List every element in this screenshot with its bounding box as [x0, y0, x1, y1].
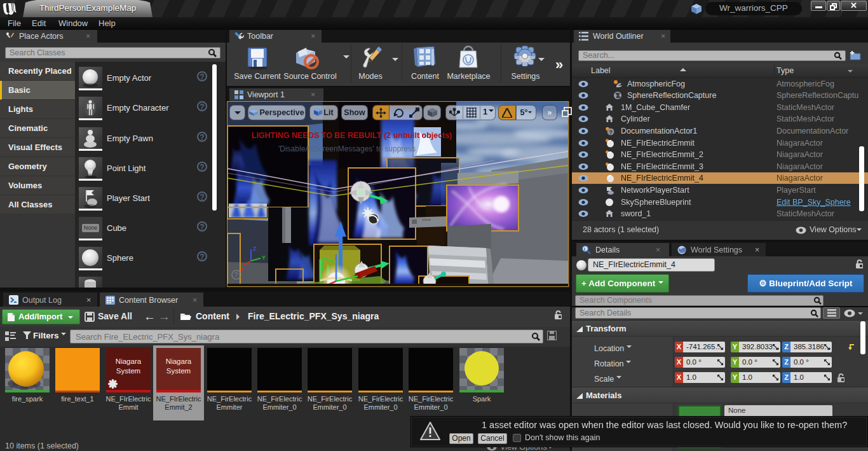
svg-text:?: ?	[609, 129, 613, 135]
svg-text:X: X	[240, 266, 244, 272]
svg-text:Y: Y	[262, 254, 266, 261]
svg-text:Z: Z	[253, 246, 257, 252]
svg-text:LIGHTING NEEDS TO BE REBUILT (: LIGHTING NEEDS TO BE REBUILT (2 unbuilt …	[252, 131, 452, 140]
svg-text:'DisableAllScreenMessages' to: 'DisableAllScreenMessages' to suppress	[278, 144, 416, 153]
svg-text:i: i	[584, 246, 585, 252]
svg-text:?: ?	[234, 272, 238, 279]
